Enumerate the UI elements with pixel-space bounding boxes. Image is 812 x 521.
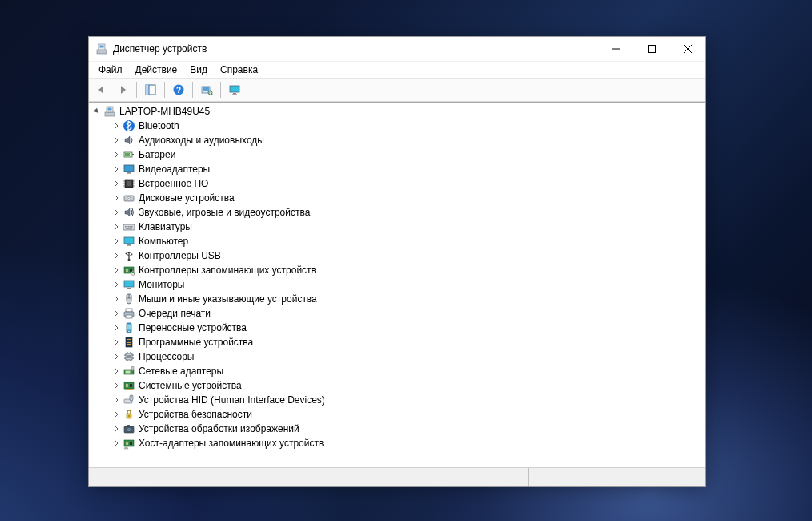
tree-item-row[interactable]: Батареи — [89, 147, 705, 162]
menu-view[interactable]: Вид — [183, 63, 214, 77]
device-tree[interactable]: LAPTOP-MHB49U45 BluetoothАудиовходы и ау… — [89, 102, 705, 467]
tree-item-row[interactable]: Системные устройства — [89, 378, 705, 393]
tree-item-row[interactable]: Дисковые устройства — [89, 191, 705, 205]
svg-rect-73 — [127, 339, 131, 340]
svg-point-98 — [128, 415, 130, 417]
tree-item-row[interactable]: Очереди печати — [89, 306, 705, 321]
svg-rect-60 — [124, 281, 134, 287]
tree-item-row[interactable]: Встроенное ПО — [89, 176, 705, 191]
svg-rect-65 — [126, 309, 132, 312]
expander-closed-icon[interactable] — [111, 265, 121, 275]
tree-item-row[interactable]: Устройства безопасности — [89, 407, 705, 422]
app-icon — [95, 42, 108, 55]
expander-closed-icon[interactable] — [111, 381, 121, 390]
expander-closed-icon[interactable] — [111, 323, 121, 333]
expander-closed-icon[interactable] — [111, 337, 121, 347]
tree-item-row[interactable]: Компьютер — [89, 234, 705, 248]
tree-item-row[interactable]: Мыши и иные указывающие устройства — [89, 292, 705, 306]
tree-item-label: Аудиовходы и аудиовыходы — [139, 135, 264, 146]
svg-rect-16 — [230, 86, 239, 92]
svg-point-102 — [128, 429, 130, 430]
toolbar-separator — [164, 82, 165, 98]
security-device-icon — [123, 408, 135, 421]
toolbar: ? — [89, 79, 705, 102]
tree-item-label: Устройства безопасности — [139, 409, 252, 420]
expander-closed-icon[interactable] — [111, 150, 121, 160]
mouse-icon — [123, 293, 135, 305]
svg-rect-105 — [130, 442, 132, 445]
tree-item-row[interactable]: Аудиовходы и аудиовыходы — [89, 133, 705, 147]
monitor-view-button[interactable] — [225, 80, 244, 99]
tree-item-row[interactable]: Контроллеры запоминающих устройств — [89, 263, 705, 277]
expander-closed-icon[interactable] — [111, 395, 121, 405]
nav-back-button[interactable] — [92, 80, 111, 99]
svg-rect-44 — [130, 226, 131, 228]
tree-item-label: Встроенное ПО — [139, 178, 208, 189]
svg-rect-27 — [127, 172, 131, 173]
expander-closed-icon[interactable] — [111, 309, 121, 318]
tree-item-row[interactable]: Контроллеры USB — [89, 248, 705, 263]
expander-closed-icon[interactable] — [111, 366, 121, 376]
status-bar — [89, 467, 705, 486]
tree-item-row[interactable]: Устройства обработки изображений — [89, 422, 705, 436]
svg-rect-19 — [105, 112, 115, 116]
status-cell — [617, 468, 705, 486]
imaging-device-icon — [123, 422, 135, 435]
expander-closed-icon[interactable] — [111, 236, 121, 246]
tree-item-row[interactable]: Мониторы — [89, 277, 705, 292]
menu-help[interactable]: Справка — [214, 63, 264, 77]
nav-forward-button[interactable] — [113, 80, 132, 99]
toolbar-separator — [220, 82, 221, 98]
svg-rect-76 — [127, 344, 131, 345]
minimize-button[interactable] — [597, 38, 633, 61]
battery-icon — [123, 148, 135, 161]
svg-rect-49 — [127, 245, 131, 246]
processor-icon — [123, 350, 135, 363]
svg-rect-25 — [125, 153, 130, 156]
tree-item-row[interactable]: Сетевые адаптеры — [89, 364, 705, 378]
tree-item-row[interactable]: Программные устройства — [89, 335, 705, 349]
expander-closed-icon[interactable] — [111, 424, 121, 434]
expander-closed-icon[interactable] — [111, 208, 121, 217]
svg-rect-93 — [130, 384, 132, 387]
window-controls — [597, 38, 705, 61]
tree-item-row[interactable]: Устройства HID (Human Interface Devices) — [89, 393, 705, 407]
scan-hardware-button[interactable] — [197, 80, 216, 99]
help-button[interactable]: ? — [169, 80, 188, 99]
tree-item-row[interactable]: Звуковые, игровые и видеоустройства — [89, 205, 705, 220]
expander-open-icon[interactable] — [92, 107, 102, 116]
close-button[interactable] — [669, 38, 705, 61]
expander-closed-icon[interactable] — [111, 294, 121, 304]
expander-closed-icon[interactable] — [111, 438, 121, 448]
svg-rect-103 — [124, 440, 134, 446]
svg-rect-4 — [648, 46, 655, 53]
expander-closed-icon[interactable] — [111, 193, 121, 203]
tree-item-row[interactable]: Bluetooth — [89, 119, 705, 133]
title-bar[interactable]: Диспетчер устройств — [89, 37, 705, 62]
window-title: Диспетчер устройств — [113, 43, 207, 55]
audio-io-icon — [123, 134, 135, 147]
tree-item-label: Устройства обработки изображений — [139, 423, 299, 434]
svg-rect-28 — [127, 173, 131, 174]
tree-item-row[interactable]: Процессоры — [89, 349, 705, 364]
expander-closed-icon[interactable] — [111, 251, 121, 260]
tree-item-row[interactable]: Переносные устройства — [89, 321, 705, 335]
keyboard-icon — [123, 220, 135, 233]
expander-closed-icon[interactable] — [111, 352, 121, 361]
tree-root-row[interactable]: LAPTOP-MHB49U45 — [89, 104, 705, 119]
menu-action[interactable]: Действие — [129, 63, 184, 77]
tree-item-row[interactable]: Хост-адаптеры запоминающих устройств — [89, 436, 705, 450]
expander-closed-icon[interactable] — [111, 164, 121, 174]
svg-rect-92 — [126, 384, 128, 387]
maximize-button[interactable] — [633, 38, 669, 61]
expander-closed-icon[interactable] — [111, 410, 121, 419]
tree-item-row[interactable]: Видеоадаптеры — [89, 162, 705, 176]
expander-closed-icon[interactable] — [111, 135, 121, 145]
menu-file[interactable]: Файл — [92, 63, 129, 77]
expander-closed-icon[interactable] — [111, 280, 121, 289]
expander-closed-icon[interactable] — [111, 121, 121, 131]
expander-closed-icon[interactable] — [111, 179, 121, 188]
tree-item-row[interactable]: Клавиатуры — [89, 220, 705, 234]
expander-closed-icon[interactable] — [111, 222, 121, 232]
show-hide-console-tree-button[interactable] — [141, 80, 160, 99]
